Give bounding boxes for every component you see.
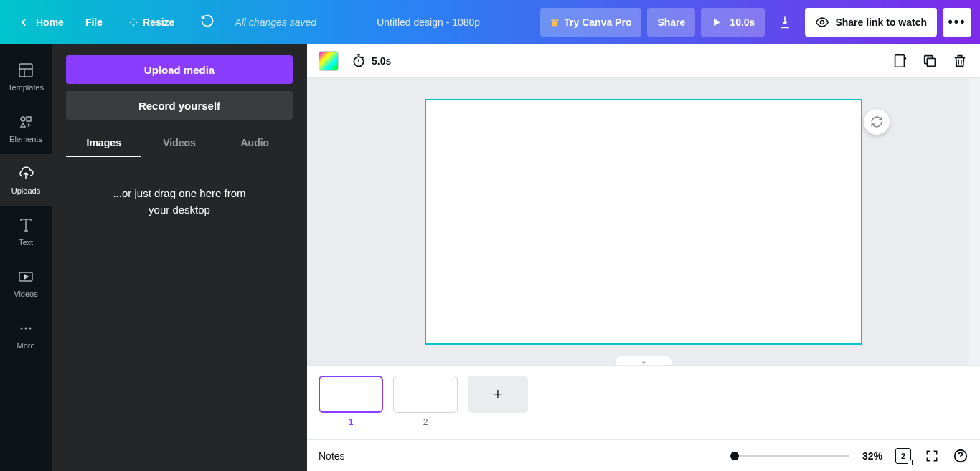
rail-more[interactable]: More bbox=[0, 309, 52, 361]
share-link-label: Share link to watch bbox=[835, 16, 927, 28]
more-button[interactable]: ••• bbox=[943, 8, 971, 37]
svg-point-0 bbox=[821, 20, 824, 24]
upload-media-label: Upload media bbox=[144, 64, 215, 76]
page-count-button[interactable]: 2 bbox=[895, 448, 911, 464]
share-link-button[interactable]: Share link to watch bbox=[805, 8, 937, 37]
refresh-icon bbox=[870, 115, 883, 128]
file-label: File bbox=[85, 16, 103, 28]
tab-audio[interactable]: Audio bbox=[217, 130, 293, 157]
top-bar: Home File Resize All changes saved Untit… bbox=[0, 0, 980, 44]
rail-uploads[interactable]: Uploads bbox=[0, 154, 52, 206]
resize-menu[interactable]: Resize bbox=[116, 0, 187, 44]
plus-icon: + bbox=[494, 385, 503, 404]
tab-videos[interactable]: Videos bbox=[141, 130, 217, 157]
page-num-2: 2 bbox=[423, 417, 428, 427]
videos-icon bbox=[17, 268, 34, 285]
rail-videos[interactable]: Videos bbox=[0, 257, 52, 309]
stopwatch-icon bbox=[352, 54, 366, 68]
expand-timeline-button[interactable]: ⌄ bbox=[615, 356, 672, 365]
fullscreen-icon bbox=[925, 449, 939, 463]
rail-templates[interactable]: Templates bbox=[0, 51, 52, 103]
rail-elements-label: Elements bbox=[9, 135, 42, 143]
rail-text-label: Text bbox=[19, 238, 33, 247]
tab-audio-label: Audio bbox=[240, 137, 269, 148]
pages-strip: 1 2 + bbox=[307, 365, 980, 439]
tab-images[interactable]: Images bbox=[66, 130, 141, 157]
svg-point-7 bbox=[29, 328, 32, 330]
rail-templates-label: Templates bbox=[8, 83, 44, 92]
zoom-slider[interactable] bbox=[735, 455, 849, 457]
tab-images-label: Images bbox=[87, 137, 121, 148]
page-duration-label: 5.0s bbox=[372, 55, 391, 67]
add-page-button[interactable] bbox=[891, 52, 908, 70]
undo-button[interactable] bbox=[187, 14, 227, 30]
design-frame[interactable] bbox=[425, 99, 862, 345]
rail-text[interactable]: Text bbox=[0, 206, 52, 257]
delete-page-button[interactable] bbox=[951, 52, 969, 70]
svg-rect-1 bbox=[19, 64, 32, 77]
page-count-label: 2 bbox=[901, 452, 905, 460]
drag-line2: your desktop bbox=[66, 202, 293, 219]
help-icon bbox=[953, 448, 969, 464]
trash-icon bbox=[952, 53, 968, 69]
svg-point-6 bbox=[25, 328, 27, 330]
templates-icon bbox=[17, 62, 34, 79]
animate-button[interactable] bbox=[864, 109, 890, 135]
rail-more-label: More bbox=[17, 341, 34, 350]
svg-rect-9 bbox=[895, 54, 905, 67]
chevron-left-icon bbox=[17, 16, 30, 29]
scrollbar-vertical[interactable] bbox=[969, 78, 980, 365]
canvas-viewport[interactable]: ⌄ bbox=[307, 78, 980, 365]
rail-elements[interactable]: Elements bbox=[0, 103, 52, 154]
notes-button[interactable]: Notes bbox=[319, 450, 345, 462]
save-status: All changes saved bbox=[235, 16, 316, 28]
footer-bar: Notes 32% 2 bbox=[307, 439, 980, 471]
fullscreen-button[interactable] bbox=[924, 448, 940, 464]
zoom-handle[interactable] bbox=[730, 452, 739, 460]
file-menu[interactable]: File bbox=[72, 0, 116, 44]
page-thumb-2-box[interactable] bbox=[393, 376, 458, 413]
home-button[interactable]: Home bbox=[9, 16, 72, 29]
side-rail: Templates Elements Uploads Text Videos M… bbox=[0, 44, 52, 471]
add-page-icon bbox=[892, 53, 908, 69]
notes-label: Notes bbox=[319, 450, 345, 462]
page-num-1: 1 bbox=[349, 417, 354, 427]
svg-point-2 bbox=[21, 117, 25, 121]
canvas-area: 5.0s ⌄ 1 2 + bbox=[307, 44, 980, 471]
upload-media-button[interactable]: Upload media bbox=[66, 55, 293, 84]
record-yourself-button[interactable]: Record yourself bbox=[66, 91, 293, 120]
tab-videos-label: Videos bbox=[163, 137, 196, 148]
download-button[interactable] bbox=[771, 8, 799, 37]
duplicate-page-button[interactable] bbox=[921, 52, 938, 70]
download-icon bbox=[778, 15, 792, 29]
document-title[interactable]: Untitled design - 1080p bbox=[316, 16, 540, 28]
background-color-button[interactable] bbox=[319, 51, 339, 71]
page-duration-button[interactable]: 5.0s bbox=[352, 54, 391, 68]
add-page-thumb-button[interactable]: + bbox=[468, 376, 528, 413]
share-button[interactable]: Share bbox=[647, 8, 695, 37]
uploads-panel: Upload media Record yourself Images Vide… bbox=[52, 44, 307, 471]
svg-rect-10 bbox=[927, 58, 935, 66]
resize-icon bbox=[128, 17, 138, 27]
play-duration-label: 10.0s bbox=[730, 16, 755, 28]
eye-icon bbox=[815, 15, 829, 29]
rail-uploads-label: Uploads bbox=[11, 186, 40, 195]
page-thumb-1-box[interactable] bbox=[319, 376, 383, 413]
zoom-value[interactable]: 32% bbox=[862, 450, 882, 462]
dots-icon: ••• bbox=[948, 14, 966, 29]
play-icon bbox=[711, 16, 722, 28]
svg-rect-3 bbox=[27, 117, 31, 121]
crown-icon: ♛ bbox=[550, 16, 560, 28]
play-button[interactable]: 10.0s bbox=[701, 8, 765, 37]
page-thumb-2[interactable]: 2 bbox=[393, 376, 458, 427]
uploads-icon bbox=[17, 165, 34, 182]
share-label: Share bbox=[657, 16, 685, 28]
drag-line1: ...or just drag one here from bbox=[66, 186, 293, 202]
try-pro-button[interactable]: ♛Try Canva Pro bbox=[540, 8, 641, 37]
duplicate-icon bbox=[922, 53, 938, 69]
help-button[interactable] bbox=[953, 448, 969, 464]
page-thumb-1[interactable]: 1 bbox=[319, 376, 383, 427]
try-pro-label: Try Canva Pro bbox=[564, 16, 631, 28]
svg-point-5 bbox=[21, 328, 23, 330]
chevron-down-icon: ⌄ bbox=[641, 357, 646, 365]
